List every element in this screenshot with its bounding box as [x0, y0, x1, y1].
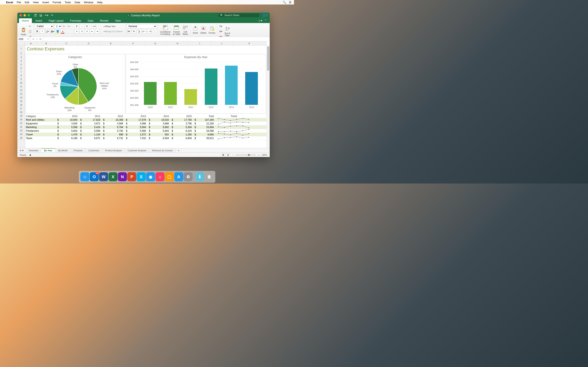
- dock-appstore-icon[interactable]: A: [174, 172, 183, 181]
- menu-insert[interactable]: Insert: [42, 1, 49, 4]
- row-header[interactable]: 6: [17, 66, 25, 70]
- minimize-window-button[interactable]: [24, 14, 26, 17]
- align-center-icon[interactable]: ≡: [80, 29, 84, 34]
- sheet-tab[interactable]: By Month: [55, 149, 71, 152]
- menu-list-icon[interactable]: ☰: [289, 1, 292, 4]
- vertical-scrollbar[interactable]: [267, 45, 270, 148]
- share-button-icon[interactable]: 👤⁺: [262, 13, 268, 17]
- dock-onenote-icon[interactable]: N: [118, 172, 127, 181]
- spreadsheet-grid[interactable]: ABCDEFGHIJK 1234567891011121314151617181…: [17, 42, 270, 148]
- menu-view[interactable]: View: [33, 1, 39, 4]
- increase-font-icon[interactable]: A↑: [62, 24, 67, 29]
- sort-filter-button[interactable]: AZSort & Filter: [224, 26, 231, 37]
- row-header[interactable]: 1: [17, 45, 25, 52]
- sheet-tab[interactable]: Customers: [86, 149, 102, 152]
- spotlight-icon[interactable]: 🔍: [283, 1, 286, 4]
- number-format-select[interactable]: General: [127, 24, 157, 29]
- menu-help[interactable]: Help: [97, 1, 103, 4]
- paste-button[interactable]: Paste: [20, 27, 27, 36]
- menu-file[interactable]: File: [17, 1, 21, 4]
- bold-button[interactable]: B: [35, 29, 39, 34]
- table-row[interactable]: Marketing$5,556$5,424$5,784$5,904$5,892$…: [25, 125, 267, 129]
- sheet-nav-prev-icon[interactable]: ◀: [19, 149, 21, 152]
- table-row[interactable]: Equipment$3,000$3,972$3,588$3,996$3,888$…: [25, 122, 267, 125]
- sheet-tab[interactable]: By Year: [41, 148, 55, 152]
- row-header[interactable]: 4: [17, 59, 25, 63]
- align-right-icon[interactable]: ≡: [85, 29, 89, 34]
- fx-icon[interactable]: fx: [39, 38, 41, 41]
- orientation-icon[interactable]: ⤢▾: [92, 24, 96, 29]
- collapse-ribbon-icon[interactable]: ⌃: [264, 19, 267, 22]
- pie-chart[interactable]: Categories Rent and Utilities 41%Equipme…: [25, 54, 125, 114]
- column-header[interactable]: K: [232, 42, 267, 45]
- row-header[interactable]: 7: [17, 70, 25, 74]
- menu-data[interactable]: Data: [75, 1, 80, 4]
- dock-finder-icon[interactable]: ☺: [80, 172, 89, 181]
- record-macro-icon[interactable]: ⏺: [29, 154, 31, 156]
- sheet-tab[interactable]: Overview: [26, 149, 41, 152]
- autosum-icon[interactable]: Σ▾: [218, 24, 223, 29]
- table-row[interactable]: Freelancers$5,604$5,556$5,700$5,568$5,84…: [25, 129, 267, 133]
- dock-outlook-icon[interactable]: O22: [90, 172, 99, 181]
- row-header[interactable]: 13: [17, 92, 25, 96]
- column-header[interactable]: H: [166, 42, 189, 45]
- ribbon-tab-data[interactable]: Data: [85, 18, 96, 23]
- align-bottom-icon[interactable]: ⬇: [85, 24, 89, 29]
- merge-center-button[interactable]: ⬌ Merge & Center ▾: [102, 29, 124, 34]
- menu-format[interactable]: Format: [53, 1, 61, 4]
- sheet-tab[interactable]: Revenue by Country: [149, 149, 176, 152]
- menu-window[interactable]: Window: [84, 1, 93, 4]
- row-header[interactable]: 21: [17, 121, 25, 125]
- table-row[interactable]: Rent and Utilities$18,840$17,628$16,368$…: [25, 118, 267, 122]
- name-box[interactable]: O29▼: [17, 37, 30, 41]
- dock-trash-icon[interactable]: 🗑: [205, 172, 214, 181]
- menu-tools[interactable]: Tools: [65, 1, 71, 4]
- format-as-table-button[interactable]: Format as Table: [172, 24, 181, 36]
- dock-safari-icon[interactable]: ◉: [146, 172, 155, 181]
- close-window-button[interactable]: [19, 14, 22, 17]
- column-header[interactable]: D: [78, 42, 100, 45]
- row-header[interactable]: 23: [17, 129, 25, 132]
- sheet-tab[interactable]: Products: [71, 149, 85, 152]
- select-all-corner[interactable]: [17, 42, 25, 45]
- comma-button[interactable]: ❯: [137, 29, 141, 34]
- dock-powerpoint-icon[interactable]: P: [127, 172, 136, 181]
- sheet-tab[interactable]: Customer Analysis: [125, 149, 149, 152]
- ribbon-tab-view[interactable]: View: [112, 18, 124, 23]
- column-header[interactable]: E: [100, 42, 122, 45]
- increase-indent-icon[interactable]: ⇥: [95, 29, 99, 34]
- border-button[interactable]: ▦▾: [50, 29, 55, 34]
- row-header[interactable]: 25: [17, 136, 25, 140]
- zoom-in-button[interactable]: +: [258, 154, 259, 156]
- column-header[interactable]: B: [37, 42, 55, 45]
- maximize-window-button[interactable]: [27, 14, 30, 17]
- row-header[interactable]: 5: [17, 63, 25, 66]
- row-header[interactable]: 18: [17, 110, 25, 114]
- qat-undo-icon[interactable]: ↶▾: [45, 14, 48, 17]
- row-header[interactable]: 8: [17, 74, 25, 77]
- zoom-out-button[interactable]: −: [232, 154, 233, 156]
- fill-icon[interactable]: ⬇▾: [218, 29, 223, 34]
- dock-itunes-icon[interactable]: ♫: [156, 172, 164, 181]
- row-header[interactable]: 19: [17, 114, 25, 118]
- row-header[interactable]: 14: [17, 96, 25, 99]
- align-middle-icon[interactable]: ↕: [80, 24, 84, 29]
- dock-ibooks-icon[interactable]: ▢: [165, 172, 174, 181]
- sheet-nav-next-icon[interactable]: ▶: [22, 149, 24, 152]
- qat-save-icon[interactable]: [39, 14, 42, 17]
- ribbon-tab-home[interactable]: Home: [19, 18, 32, 23]
- increase-decimal-icon[interactable]: .00→: [142, 29, 146, 34]
- row-header[interactable]: 2: [17, 52, 25, 55]
- font-color-button[interactable]: A: [61, 29, 65, 34]
- font-size-select[interactable]: 10: [54, 24, 62, 29]
- column-header[interactable]: C: [56, 42, 78, 45]
- cell-styles-button[interactable]: Cell Styles: [182, 24, 189, 36]
- ribbon-tab-formulas[interactable]: Formulas: [67, 18, 84, 23]
- cut-icon[interactable]: ✂: [28, 24, 32, 29]
- page-layout-view-button[interactable]: ▤: [226, 153, 230, 157]
- bar-chart[interactable]: Expenses By Year $41,500$42,000$42,500$4…: [126, 54, 266, 114]
- sheet-tab[interactable]: Product Analysis: [102, 149, 125, 152]
- italic-button[interactable]: I: [40, 29, 44, 34]
- ribbon-tab-page-layout[interactable]: Page Layout: [46, 18, 66, 23]
- normal-view-button[interactable]: ▦: [221, 153, 225, 157]
